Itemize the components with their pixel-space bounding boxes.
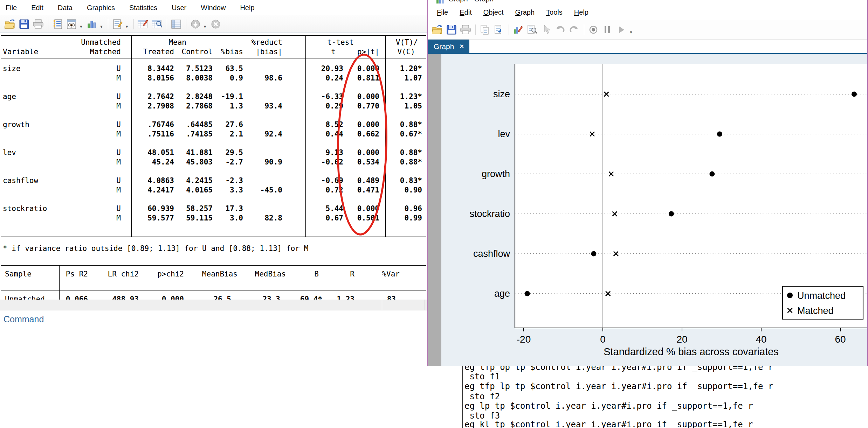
col-header: Matched xyxy=(90,47,121,57)
print-icon[interactable] xyxy=(459,23,472,36)
menu-user[interactable]: User xyxy=(172,4,186,12)
play-icon[interactable] xyxy=(615,23,628,36)
data-point-dot xyxy=(669,211,674,217)
table-cell: 0.83* xyxy=(400,176,422,185)
data-browser-icon[interactable] xyxy=(150,17,164,31)
col-header: Ps R2 xyxy=(66,269,88,279)
pointer-icon[interactable] xyxy=(539,23,553,36)
save-icon[interactable] xyxy=(445,23,458,36)
col-header: V(C) xyxy=(397,47,415,57)
graph-menu-help[interactable]: Help xyxy=(574,8,588,16)
data-point-dot xyxy=(852,92,857,97)
sample-flag: U xyxy=(116,148,121,157)
sample-flag: M xyxy=(116,73,121,83)
graph-menu-edit[interactable]: Edit xyxy=(460,8,471,16)
graph-editor-icon[interactable] xyxy=(511,23,525,36)
variables-manager-icon[interactable] xyxy=(170,17,183,31)
col-header: %reduct xyxy=(251,38,282,47)
dofile-line[interactable]: sto f1 xyxy=(464,372,500,381)
dofile-line[interactable]: sto f3 xyxy=(464,411,500,421)
save-icon[interactable] xyxy=(18,17,31,31)
print-icon[interactable] xyxy=(32,17,45,31)
menu-help[interactable]: Help xyxy=(240,4,254,12)
col-header: Variable xyxy=(3,47,38,57)
menu-edit[interactable]: Edit xyxy=(31,4,43,12)
rename-icon[interactable] xyxy=(525,23,539,36)
dofile-line[interactable]: eg tfp_lp tp $control i.year i.year#i.pr… xyxy=(464,382,773,391)
more-icon[interactable] xyxy=(189,17,202,31)
more-dropdown-icon[interactable]: ▼ xyxy=(203,24,207,29)
break-icon[interactable] xyxy=(209,17,222,31)
sample-flag: M xyxy=(116,129,121,139)
table-cell: .76746 xyxy=(147,120,174,129)
col-header: t-test xyxy=(327,38,354,47)
table-cell: 1.05 xyxy=(404,101,422,111)
table-cell: 2.7908 xyxy=(147,101,174,111)
table-cell: 3.3 xyxy=(230,185,243,195)
table-cell: 45.803 xyxy=(186,157,213,167)
results-hscrollbar[interactable] xyxy=(0,300,427,310)
command-pane[interactable]: Command xyxy=(0,310,427,428)
table-rule xyxy=(1,58,426,58)
table-cell: 8.3442 xyxy=(147,64,174,73)
graph-icon[interactable] xyxy=(85,17,98,31)
record-icon[interactable] xyxy=(587,23,600,36)
col-header: p>chi2 xyxy=(157,269,184,279)
open-icon[interactable] xyxy=(431,23,444,36)
redo-icon[interactable] xyxy=(567,23,581,36)
table-cell: 0.67 xyxy=(325,213,343,223)
dofile-line[interactable]: eg kl tp $control i.year i.year#i.pro if… xyxy=(464,420,753,428)
dofile-line[interactable]: sto f2 xyxy=(464,392,500,401)
data-point-dot xyxy=(525,291,530,296)
table-cell: 4.0863 xyxy=(147,176,174,185)
table-cell: 0.066 xyxy=(66,295,88,300)
command-pane-title: Command xyxy=(4,314,44,324)
x-tick-label: 20 xyxy=(676,334,687,345)
graph-menu-tools[interactable]: Tools xyxy=(546,8,563,16)
results-pane: UnmatchedMean%reductt-testV(T)/VariableM… xyxy=(0,33,427,300)
menu-graphics[interactable]: Graphics xyxy=(87,4,115,12)
copy-icon[interactable] xyxy=(478,23,491,36)
category-label: age xyxy=(494,288,510,299)
table-cell: 82.8 xyxy=(264,213,282,223)
viewer-dropdown-icon[interactable]: ▼ xyxy=(79,24,83,29)
menu-window[interactable]: Window xyxy=(201,4,226,12)
p-value-cell: 0.000 xyxy=(357,148,379,157)
category-label: lev xyxy=(498,129,510,139)
data-editor-icon[interactable] xyxy=(136,17,150,31)
table-cell: 48.051 xyxy=(147,148,174,157)
table-divider xyxy=(59,265,60,300)
paste-icon[interactable] xyxy=(492,23,505,36)
dofile-line[interactable]: eg tfp_op tp $control i.year i.year#i.pr… xyxy=(464,366,773,372)
do-editor-dropdown-icon[interactable]: ▼ xyxy=(125,24,129,29)
log-icon[interactable] xyxy=(51,17,64,31)
menu-data[interactable]: Data xyxy=(58,4,73,12)
table-cell: 2.7642 xyxy=(147,92,174,101)
graph-dropdown-icon[interactable]: ▼ xyxy=(99,24,103,29)
p-value-cell: 0.811 xyxy=(357,73,379,83)
dofile-right-border xyxy=(863,366,863,428)
tab-close-icon[interactable]: × xyxy=(460,42,464,50)
toolbar-dropdown-icon[interactable]: ▼ xyxy=(629,30,633,34)
menu-statistics[interactable]: Statistics xyxy=(129,4,157,12)
menu-file[interactable]: File xyxy=(6,4,17,12)
table-cell: 20.93 xyxy=(321,64,343,73)
col-header: MedBias xyxy=(255,269,286,279)
pause-icon[interactable] xyxy=(601,23,614,36)
graph-menu-file[interactable]: File xyxy=(437,8,448,16)
undo-icon[interactable] xyxy=(553,23,567,36)
table-cell: 7.5123 xyxy=(186,64,213,73)
tab-graph[interactable]: Graph × xyxy=(428,40,469,53)
graph-menu-graph[interactable]: Graph xyxy=(515,8,535,16)
table-rule xyxy=(1,265,426,266)
open-icon[interactable] xyxy=(4,17,17,31)
graph-window-title: Graph - Graph xyxy=(448,0,494,3)
col-header: p>|t| xyxy=(357,47,379,57)
graph-menu-object[interactable]: Object xyxy=(483,8,504,16)
do-editor-icon[interactable] xyxy=(111,17,124,31)
dofile-line[interactable]: eg lp tp $control i.year i.year#i.pro if… xyxy=(464,401,753,411)
table-cell: 0.96 xyxy=(404,204,422,213)
viewer-icon[interactable] xyxy=(65,17,78,31)
graph-titlebar: Graph - Graph xyxy=(428,0,867,4)
table-rule xyxy=(1,290,426,290)
